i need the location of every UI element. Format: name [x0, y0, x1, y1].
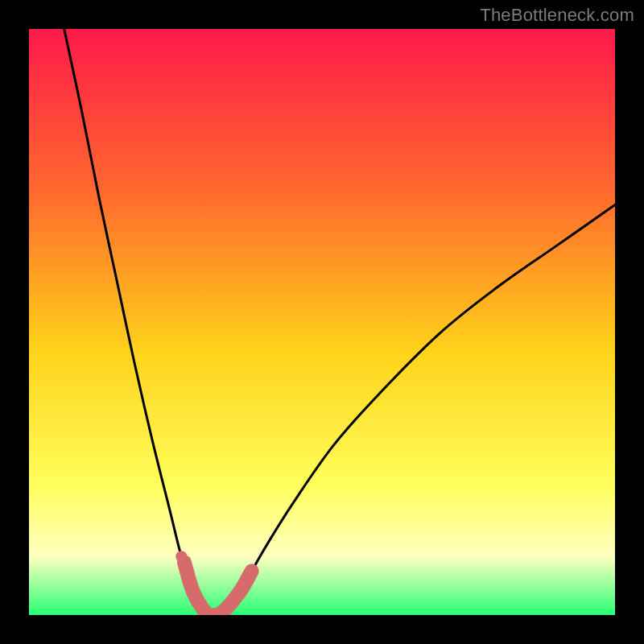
plot-area	[29, 29, 615, 615]
gradient-background	[29, 29, 615, 615]
chart-frame: TheBottleneck.com	[0, 0, 644, 644]
highlight-dot	[175, 551, 187, 562]
attribution-text: TheBottleneck.com	[480, 5, 634, 26]
chart-svg	[29, 29, 615, 615]
